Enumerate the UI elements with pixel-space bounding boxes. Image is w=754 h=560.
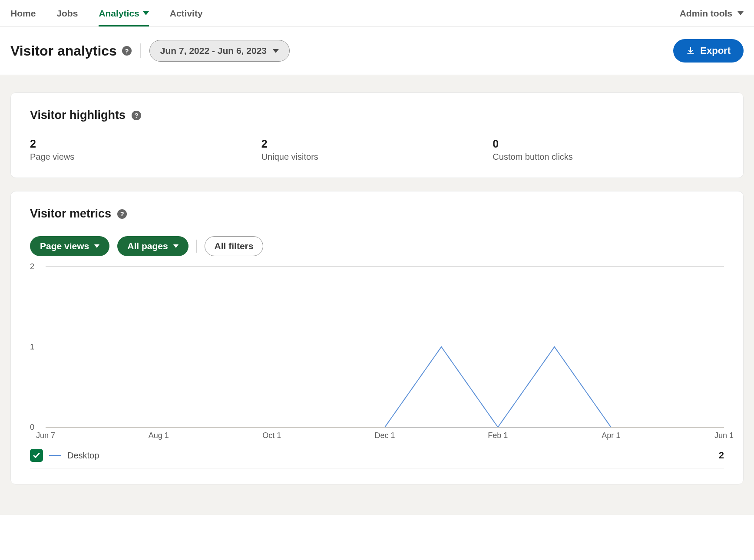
visitor-highlights-card: Visitor highlights ? 2 Page views 2 Uniq… xyxy=(10,92,744,178)
top-nav: Home Jobs Analytics Activity Admin tools xyxy=(0,0,754,27)
chevron-down-icon xyxy=(143,11,149,15)
check-icon xyxy=(33,451,40,459)
download-icon xyxy=(686,46,695,55)
chevron-down-icon xyxy=(737,11,744,15)
admin-tools-label: Admin tools xyxy=(680,8,732,19)
highlight-value: 2 xyxy=(261,138,493,150)
visitor-metrics-card: Visitor metrics ? Page views All pages A… xyxy=(10,191,744,484)
chart-x-tick: Oct 1 xyxy=(262,431,281,440)
chart-gridline xyxy=(46,427,724,428)
highlight-custom-clicks: 0 Custom button clicks xyxy=(493,138,724,162)
nav-label: Analytics xyxy=(99,8,139,19)
highlights-row: 2 Page views 2 Unique visitors 0 Custom … xyxy=(30,138,724,162)
divider xyxy=(196,240,197,253)
legend-left: Desktop xyxy=(30,449,99,462)
nav-left: Home Jobs Analytics Activity xyxy=(10,0,203,26)
chart-x-tick: Apr 1 xyxy=(602,431,620,440)
chart-y-tick: 0 xyxy=(30,423,34,432)
help-icon[interactable]: ? xyxy=(117,209,127,219)
nav-label: Activity xyxy=(170,8,203,19)
chart-x-tick: Aug 1 xyxy=(149,431,169,440)
highlight-value: 0 xyxy=(493,138,724,150)
all-filters-button[interactable]: All filters xyxy=(205,236,264,256)
nav-label: Jobs xyxy=(56,8,78,19)
divider xyxy=(140,43,141,58)
all-filters-label: All filters xyxy=(215,241,254,251)
metrics-title: Visitor metrics ? xyxy=(30,207,724,221)
legend-series-label: Desktop xyxy=(67,451,99,461)
chart-series-line xyxy=(46,347,724,427)
highlights-title: Visitor highlights ? xyxy=(30,109,724,122)
highlight-value: 2 xyxy=(30,138,261,150)
help-icon[interactable]: ? xyxy=(122,46,132,56)
highlight-label: Page views xyxy=(30,152,261,162)
admin-tools-dropdown[interactable]: Admin tools xyxy=(680,8,744,19)
chart-x-tick: Jun 1 xyxy=(714,431,734,440)
chevron-down-icon xyxy=(173,244,179,248)
chevron-down-icon xyxy=(273,49,279,53)
chart-x-tick: Dec 1 xyxy=(374,431,395,440)
chart-y-tick: 1 xyxy=(30,343,34,352)
content-area: Visitor highlights ? 2 Page views 2 Uniq… xyxy=(0,75,754,515)
metrics-chart: 012Jun 7Aug 1Oct 1Dec 1Feb 1Apr 1Jun 1 xyxy=(30,267,724,440)
date-range-selector[interactable]: Jun 7, 2022 - Jun 6, 2023 xyxy=(149,40,290,62)
chart-y-tick: 2 xyxy=(30,262,34,271)
page-title-text: Visitor analytics xyxy=(10,43,117,59)
pages-filter-label: All pages xyxy=(127,241,168,251)
legend-series-total: 2 xyxy=(719,450,724,461)
help-icon[interactable]: ? xyxy=(132,111,141,120)
nav-label: Home xyxy=(10,8,36,19)
metrics-title-text: Visitor metrics xyxy=(30,207,111,221)
title-left: Visitor analytics ? Jun 7, 2022 - Jun 6,… xyxy=(10,40,290,62)
highlight-page-views: 2 Page views xyxy=(30,138,261,162)
chevron-down-icon xyxy=(94,244,99,248)
export-button[interactable]: Export xyxy=(673,39,744,63)
date-range-text: Jun 7, 2022 - Jun 6, 2023 xyxy=(160,46,267,56)
metric-filter-label: Page views xyxy=(40,241,89,251)
filter-row: Page views All pages All filters xyxy=(30,236,724,256)
nav-jobs[interactable]: Jobs xyxy=(56,0,78,26)
nav-activity[interactable]: Activity xyxy=(170,0,203,26)
highlight-label: Unique visitors xyxy=(261,152,493,162)
highlight-label: Custom button clicks xyxy=(493,152,724,162)
highlights-title-text: Visitor highlights xyxy=(30,109,126,122)
page-title: Visitor analytics ? xyxy=(10,43,132,59)
desktop-series-checkbox[interactable] xyxy=(30,449,43,462)
chart-x-tick: Jun 7 xyxy=(36,431,55,440)
highlight-unique-visitors: 2 Unique visitors xyxy=(261,138,493,162)
pages-filter[interactable]: All pages xyxy=(117,236,188,256)
title-bar: Visitor analytics ? Jun 7, 2022 - Jun 6,… xyxy=(0,27,754,75)
chart-plot xyxy=(46,267,724,427)
legend-line-icon xyxy=(49,455,61,456)
metric-filter[interactable]: Page views xyxy=(30,236,109,256)
chart-x-tick: Feb 1 xyxy=(488,431,508,440)
legend-row: Desktop 2 xyxy=(30,449,724,468)
nav-analytics[interactable]: Analytics xyxy=(99,0,149,26)
nav-home[interactable]: Home xyxy=(10,0,36,26)
export-label: Export xyxy=(700,45,731,56)
